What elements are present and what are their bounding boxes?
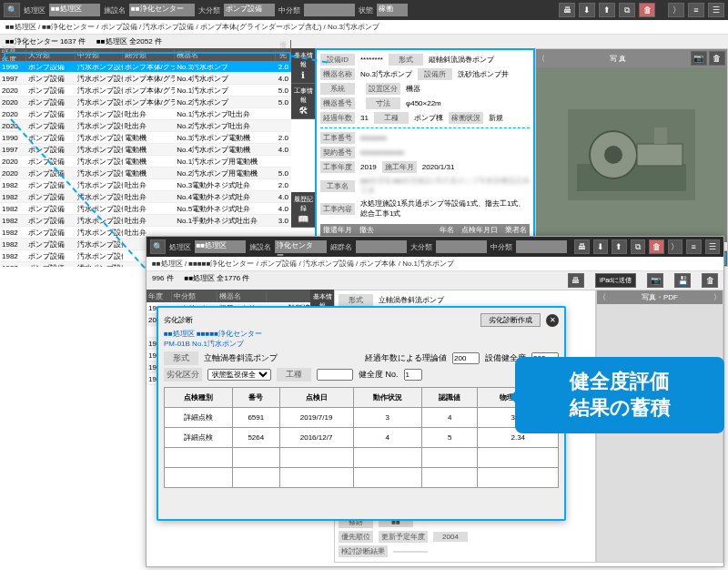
copy-icon[interactable]: ⧉: [631, 239, 646, 254]
count-right: ■■処理区 全1776 件: [185, 273, 250, 288]
camera-icon[interactable]: 📷: [647, 273, 663, 288]
eval-col: 認識値: [421, 388, 478, 408]
photo-tab-label: 写 真: [610, 54, 626, 64]
eval-col: 番号: [233, 388, 279, 408]
filter-select-major[interactable]: ポンプ設備: [224, 4, 275, 16]
collapse-icon[interactable]: 〉: [668, 239, 683, 254]
table-header: 設置年度 大分類 中分類 細分類 機器名 優先度: [0, 48, 291, 61]
table-row[interactable]: 1990ポンプ設備汚水ポンプ設備ポンプ本体/グラインダーポンプ含No.3汚水ポン…: [0, 61, 291, 73]
filter-select-facility[interactable]: ■■浄化センター: [129, 4, 195, 16]
table-row[interactable]: 1982ポンプ設備汚水ポンプ設備吐出弁No.5電動外ネジ式吐弁4.0: [0, 203, 291, 215]
count-right: ■■処理区 全2052 件: [96, 36, 162, 46]
table-row[interactable]: 2020ポンプ設備汚水ポンプ設備ポンプ本体/グラインダーポンプ含No.1汚水ポン…: [0, 85, 291, 97]
tab-work[interactable]: 工事情報🛠: [291, 84, 315, 119]
dialog-equipment: PM-01B No.1汚水ポンプ: [164, 339, 559, 349]
soundness-no-input[interactable]: [404, 369, 422, 381]
table-row[interactable]: 1982ポンプ設備汚水ポンプ設備吐出弁No.3電動外ネジ式吐弁2.0: [0, 179, 291, 191]
table-row[interactable]: 1997ポンプ設備汚水ポンプ設備電動機No.4汚水ポンプ電動機4.0: [0, 144, 291, 156]
svg-point-3: [604, 146, 622, 164]
eval-row[interactable]: [165, 468, 559, 488]
filter-label: 状態: [359, 5, 373, 15]
table-row[interactable]: 1982ポンプ設備汚水ポンプ設備吐出弁No.1手動外ネジ式吐出弁3.0: [0, 215, 291, 227]
import-icon[interactable]: ⬆: [599, 3, 615, 17]
count-bar: ■■浄化センター 1637 件 ■■処理区 全2052 件: [0, 35, 728, 48]
save-icon[interactable]: 💾: [674, 273, 691, 288]
trash-icon[interactable]: 🗑: [702, 273, 718, 288]
detail-panel: 設備ID********形式縦軸斜流渦巻ポンプ機器名称No.3汚水ポンプ設備所洗…: [315, 48, 535, 267]
filter-select-status[interactable]: 稼働: [377, 4, 408, 16]
prev-icon[interactable]: 〈: [599, 292, 606, 302]
print-icon[interactable]: 🖶: [559, 3, 575, 17]
list-icon[interactable]: ≡: [686, 239, 702, 254]
table-row[interactable]: 1982ポンプ設備汚水ポンプ設備吐出弁No.4電動外ネジ式吐弁4.0: [0, 191, 291, 203]
print-icon[interactable]: 🖶: [574, 239, 590, 254]
count-left: 996 件: [152, 273, 174, 288]
photo-tab-label: 写真・PDF: [642, 292, 678, 302]
search-icon[interactable]: 🔍: [4, 3, 20, 17]
dialog-title: 劣化診断: [164, 315, 193, 325]
col-detail[interactable]: 細分類: [123, 50, 176, 60]
collapse-icon[interactable]: 〉: [668, 3, 684, 17]
tab-history[interactable]: 履歴記録📖: [291, 192, 315, 228]
feature-callout: 健全度評価 結果の蓄積: [515, 357, 724, 433]
filter-select[interactable]: ■■処理区: [195, 240, 246, 253]
work-type-input[interactable]: [317, 369, 353, 381]
filter-label: 処理区: [24, 5, 46, 15]
equipment-photo[interactable]: [536, 67, 727, 242]
breadcrumb: ■■処理区 / ■■浄化センター / ポンプ設備 / 汚水ポンプ設備 / ポンプ…: [0, 20, 728, 35]
col-major[interactable]: 大分類: [26, 50, 76, 60]
menu-icon[interactable]: ☰: [705, 239, 721, 254]
theory-value-input[interactable]: [452, 352, 480, 364]
table-row[interactable]: 2020ポンプ設備汚水ポンプ設備電動機No.1汚水ポンプ用電動機: [0, 156, 291, 168]
prev-photo-icon[interactable]: 〈: [538, 54, 545, 64]
create-diagnosis-button[interactable]: 劣化診断作成: [480, 313, 541, 327]
close-icon[interactable]: ✕: [546, 314, 559, 327]
filter-select[interactable]: [436, 240, 487, 253]
next-icon[interactable]: 〉: [713, 292, 721, 302]
table-row[interactable]: 2020ポンプ設備汚水ポンプ設備電動機No.2汚水ポンプ用電動機5.0: [0, 168, 291, 179]
filter-select-area[interactable]: ■■処理区: [49, 4, 100, 16]
delete-icon[interactable]: 🗑: [639, 3, 655, 17]
filter-label: 施設名: [104, 5, 126, 15]
eval-row[interactable]: 詳細点検65912019/7/19343.71: [165, 408, 559, 428]
eval-row[interactable]: [165, 448, 559, 468]
dialog-breadcrumb: ■■処理区 ■■■■■浄化センター: [164, 329, 559, 339]
tab-basic[interactable]: 基本情報ℹ: [291, 48, 315, 84]
filter-select[interactable]: 浄化センター: [275, 240, 328, 253]
export-icon[interactable]: ⬇: [593, 239, 609, 254]
table-row[interactable]: 1990ポンプ設備汚水ポンプ設備電動機No.3汚水ポンプ電動機2.0: [0, 132, 291, 144]
filter-label: 中分類: [278, 5, 300, 15]
eval-col: 動作状況: [353, 388, 421, 408]
eval-row[interactable]: 詳細点検52642016/12/7452.34: [165, 428, 559, 448]
breadcrumb: ■■処理区 / ■■■■■浄化センター / ポンプ設備 / 汚水ポンプ設備 / …: [147, 257, 723, 271]
filter-label: 大分類: [198, 5, 220, 15]
info-icon: ℹ: [301, 70, 305, 80]
export-icon[interactable]: ⬇: [579, 3, 595, 17]
svg-rect-4: [637, 144, 682, 166]
list-icon[interactable]: ≡: [688, 3, 704, 17]
col-mid[interactable]: 中分類: [76, 50, 123, 60]
filter-select[interactable]: [516, 240, 567, 253]
copy-icon[interactable]: ⧉: [619, 3, 635, 17]
top-toolbar: 🔍 処理区 ■■処理区 施設名 ■■浄化センター 大分類 ポンプ設備 中分類 状…: [0, 0, 728, 20]
col-name[interactable]: 機器名: [175, 50, 275, 60]
import-icon[interactable]: ⬆: [612, 239, 627, 254]
table-row[interactable]: 2020ポンプ設備汚水ポンプ設備吐出弁No.2汚水ポンプ吐出弁: [0, 120, 291, 132]
search-icon[interactable]: 🔍: [150, 239, 166, 254]
trash-icon[interactable]: 🗑: [709, 51, 725, 66]
photo-panel: 〈 写 真 📷🗑 ● ○ ○ ○ ○ ○ ○ ○ ファイル名 コメント ✎: [535, 48, 728, 267]
table-row[interactable]: 2020ポンプ設備汚水ポンプ設備吐出弁No.1汚水ポンプ吐出弁: [0, 108, 291, 120]
hammer-icon: 🛠: [298, 106, 308, 116]
table-row[interactable]: 2020ポンプ設備汚水ポンプ設備ポンプ本体/グラインダーポンプ含No.2汚水ポン…: [0, 97, 291, 108]
table-row[interactable]: 1997ポンプ設備汚水ポンプ設備ポンプ本体/グラインダーポンプ含No.4汚水ポン…: [0, 73, 291, 85]
degradation-class-select[interactable]: 状態監視保全: [207, 369, 271, 381]
detail-tabs: 基本情報ℹ 工事情報🛠 履歴記録📖: [291, 48, 315, 267]
print-icon[interactable]: 🖶: [568, 273, 584, 288]
delete-icon[interactable]: 🗑: [649, 239, 664, 254]
filter-select[interactable]: [356, 240, 407, 253]
menu-icon[interactable]: ☰: [708, 3, 724, 17]
ipad-send-button[interactable]: iPadに送信: [595, 273, 636, 288]
filter-select-mid[interactable]: [304, 4, 355, 16]
camera-icon[interactable]: 📷: [691, 51, 707, 66]
degradation-dialog: 劣化診断 劣化診断作成 ✕ ■■処理区 ■■■■■浄化センター PM-01B N…: [157, 306, 566, 521]
